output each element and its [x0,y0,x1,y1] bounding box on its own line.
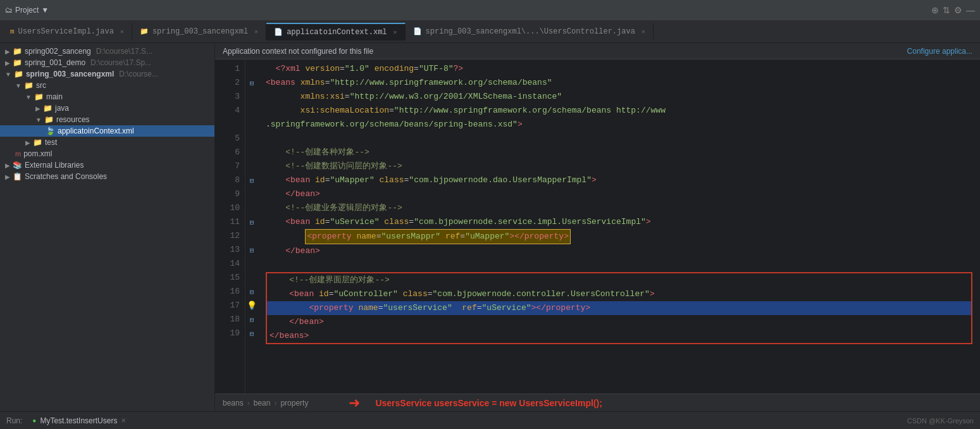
folder-icon: 📁 [13,58,22,67]
code-line-14 [266,258,972,272]
close-icon[interactable]: ✕ [642,28,645,35]
tree-item-spring003[interactable]: ▼ 📁 spring_003_sancengxml D:\course... [0,68,214,80]
gutter: ⊟ ⊟ ⊟ ⊟ ⊟ 💡 ⊟ ⊟ [245,59,258,394]
gutter-fold-18[interactable]: ⊟ [245,313,258,326]
main-folder-icon: 📁 [34,92,44,101]
pom-file-icon: m [15,150,21,158]
configure-link[interactable]: Configure applica... [907,47,972,56]
add-icon[interactable]: ⊕ [931,5,939,15]
expand-arrow-icon: ▶ [5,173,10,180]
project-dropdown[interactable]: 🗂 Project ▼ [5,6,49,15]
item-label: src [36,81,46,90]
gutter-empty [245,187,258,201]
src-folder-icon: 📁 [24,81,34,90]
gutter-empty [245,90,258,104]
close-icon[interactable]: ✕ [394,28,397,36]
java-folder-icon: 📁 [43,104,53,113]
code-editor[interactable]: 1 2 3 4 5 6 7 8 9 10 11 12 13 14 15 16 1… [215,59,980,394]
collapse-arrow-icon: ▼ [15,82,22,89]
project-path: D:\course\17.Sp... [90,58,151,67]
code-line-6: <!--创建各种对象--> [266,146,972,159]
project-path: D:\course\17.S... [96,47,152,56]
breadcrumb-beans: beans [223,399,244,407]
top-bar: 🗂 Project ▼ ⊕ ⇅ ⚙ — [0,0,980,20]
arrow-icon: ➜ [349,395,360,411]
arrow-label: UsersService usersService = new UsersSer… [375,398,602,408]
tree-item-applicationcontext[interactable]: 🍃 applicatoinContext.xml [0,125,214,137]
run-tab[interactable]: ● MyTest.testInsertUsers ✕ [27,415,131,426]
code-line-1: <?xml version="1.0" encoding="UTF-8"?> [266,62,972,76]
gutter-fold-19[interactable]: ⊟ [245,326,258,340]
csdn-credit: CSDN @KK-Greyson [907,417,974,425]
sidebar: ▶ 📁 spring002_sanceng D:\course\17.S... … [0,43,215,411]
tree-item-resources[interactable]: ▼ 📁 resources [0,114,214,125]
code-line-13: </bean> [266,244,972,258]
code-line-2: <beans xmlns="http://www.springframework… [266,76,972,90]
gutter-fold-8[interactable]: ⊟ [245,173,258,187]
gutter-empty [245,132,258,146]
breadcrumb-sep-2: › [274,399,276,407]
code-line-19: </beans> [266,329,972,344]
tree-item-test[interactable]: ▶ 📁 test [0,137,214,148]
tab-label: spring_003_sancengxml\...\UsersControlle… [426,27,635,36]
tree-item-src[interactable]: ▼ 📁 src [0,80,214,91]
settings-icon[interactable]: ⚙ [954,5,962,15]
folder-icon: 📁 [14,70,23,78]
expand-arrow-icon: ▶ [35,105,40,112]
item-label: External Libraries [25,161,84,170]
collapse-arrow-icon: ▼ [25,94,32,101]
gutter-fold-11[interactable]: ⊟ [245,215,258,229]
collapse-arrow-icon: ▼ [5,71,11,78]
tab-users-service-impl[interactable]: m UsersServiceImpl.java ✕ [3,23,132,40]
code-line-4: xsi:schemaLocation="http://www.springfra… [266,104,972,118]
tab-application-context[interactable]: 📄 applicatoinContext.xml ✕ [266,23,405,40]
tab-label: spring_003_sancengxml [152,27,248,36]
code-line-18: </bean> [266,315,972,329]
close-icon[interactable]: ✕ [120,28,124,35]
gutter-empty [245,201,258,215]
tree-item-spring002[interactable]: ▶ 📁 spring002_sanceng D:\course\17.S... [0,46,214,57]
minimize-icon[interactable]: — [966,5,975,15]
gutter-empty [245,104,258,118]
tab-label: applicatoinContext.xml [287,28,387,37]
gutter-empty [245,257,258,271]
code-line-4b: .springframework.org/schema/beans/spring… [266,118,972,132]
item-label: pom.xml [23,149,52,158]
gutter-empty [245,159,258,173]
code-line-16: <bean id="uController" class="com.bjpowe… [266,287,972,301]
tree-item-external-libs[interactable]: ▶ 📚 External Libraries [0,159,214,171]
tab-bar: m UsersServiceImpl.java ✕ 📁 spring_003_s… [0,20,980,43]
lib-icon: 📚 [13,161,22,170]
item-label: resources [56,115,90,124]
tree-item-scratches[interactable]: ▶ 📋 Scratches and Consoles [0,171,214,182]
gutter-fold-13[interactable]: ⊟ [245,243,258,257]
collapse-arrow-icon: ▼ [35,116,42,123]
item-label: test [45,138,57,147]
folder-icon: 📁 [140,27,149,35]
code-content[interactable]: <?xml version="1.0" encoding="UTF-8"?> <… [258,59,980,394]
code-line-3: xmlns:xsi="http://www.w3.org/2001/XMLSch… [266,90,972,104]
tab-spring003-folder[interactable]: 📁 spring_003_sancengxml ✕ [132,23,266,40]
project-label: Project [15,6,39,15]
item-label: java [55,104,69,113]
code-line-5 [266,132,972,146]
tree-item-java[interactable]: ▶ 📁 java [0,103,214,114]
gutter-fold-16[interactable]: ⊟ [245,285,258,299]
tree-item-spring001[interactable]: ▶ 📁 spring_001_demo D:\course\17.Sp... [0,57,214,68]
tab-label: UsersServiceImpl.java [18,27,114,36]
tree-item-main[interactable]: ▼ 📁 main [0,91,214,103]
code-line-9: </bean> [266,187,972,201]
item-label: Scratches and Consoles [25,172,107,181]
close-icon[interactable]: ✕ [254,28,258,35]
gutter-fold-2[interactable]: ⊟ [245,76,258,90]
close-icon[interactable]: ✕ [121,417,126,424]
tree-item-pom[interactable]: m pom.xml [0,148,214,159]
expand-arrow-icon: ▶ [5,48,10,55]
status-bar: beans › bean › property ➜ UsersService u… [215,394,980,411]
run-dot-icon: ● [32,417,36,424]
code-line-17: <property name="usersService" ref="uServ… [266,301,972,315]
folder-icon: 📁 [13,47,22,56]
sort-icon[interactable]: ⇅ [943,5,950,15]
tab-users-controller[interactable]: 📄 spring_003_sancengxml\...\UsersControl… [406,23,654,40]
notification-message: Application context not configured for t… [223,47,373,56]
